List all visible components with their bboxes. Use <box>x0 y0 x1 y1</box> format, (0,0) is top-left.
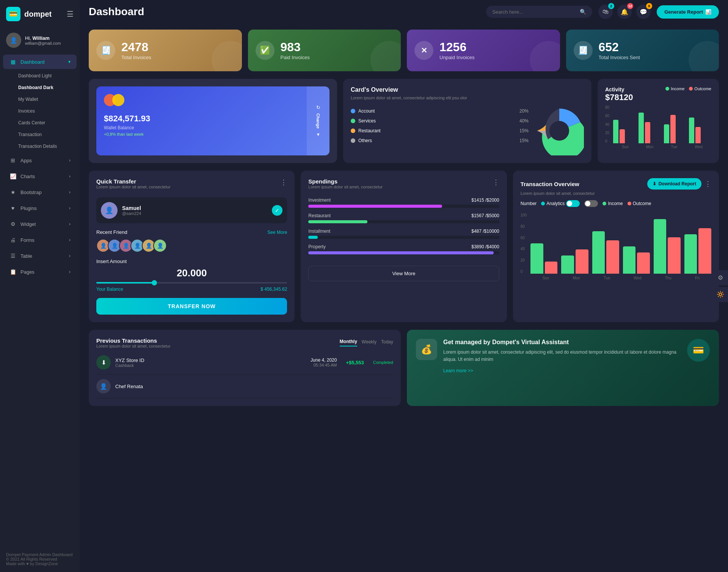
income-dot-to <box>602 202 606 205</box>
submenu-item-invoices[interactable]: Invoices <box>12 105 80 117</box>
bar-chart-area: Sun Mon Tue Wed <box>613 105 711 149</box>
sidebar-item-bootstrap[interactable]: ★ Bootstrap › <box>3 185 77 199</box>
sidebar-item-plugins[interactable]: ♥ Plugins › <box>3 201 77 215</box>
transfer-person: 👤 Samuel @sam224 ✓ <box>96 197 287 223</box>
view-more-button[interactable]: View More <box>308 266 499 281</box>
transaction-overview-section: Transaction Overview ⬇ Download Report ⋮… <box>513 171 719 322</box>
analytics-toggle-switch[interactable] <box>566 200 580 207</box>
tab-weekly[interactable]: Weekly <box>362 338 377 346</box>
chevron-right-icon: › <box>69 221 71 227</box>
va-title: Get managed by Dompet's Virtual Assistan… <box>443 339 681 346</box>
sp-bar-track-2 <box>308 236 499 239</box>
person-avatar: 👤 <box>101 202 118 219</box>
sp-bar-fill-0 <box>308 205 442 208</box>
change-button[interactable]: ↻ Change ▾ <box>307 86 329 155</box>
notification-icon-btn[interactable]: 🔔 12 <box>617 5 632 19</box>
spendings-section: Spendings Lorem ipsum dolor sit amet, co… <box>301 171 507 322</box>
to-bar-group-3 <box>623 246 650 274</box>
messages-icon-btn[interactable]: 💬 8 <box>636 5 651 19</box>
see-more-link[interactable]: See More <box>267 230 287 235</box>
user-email: william@gmail.com <box>25 41 61 45</box>
stat-info-2: 1256 Unpaid Invoices <box>439 41 475 60</box>
tx-amount-0: +$5,553 <box>346 360 364 365</box>
submenu-item-dashboard-dark[interactable]: Dashboard Dark <box>12 82 80 93</box>
sidebar: 💳 dompet ☰ 👤 Hi, William william@gmail.c… <box>0 0 80 572</box>
chevron-right-icon: › <box>69 205 71 211</box>
recent-friend-row: Recent Friend See More <box>96 229 287 235</box>
settings-float-button[interactable]: ⚙ <box>713 270 728 285</box>
chevron-right-icon: › <box>69 237 71 243</box>
apps-icon: ⊞ <box>9 157 17 163</box>
to-menu-icon[interactable]: ⋮ <box>704 180 711 188</box>
to-bar-group-0 <box>530 243 557 274</box>
stat-icon-1: ✅ <box>256 41 275 60</box>
chevron-down-icon: ▾ <box>68 59 71 64</box>
quick-transfer-section: Quick Transfer Lorem ipsum dolor sit ame… <box>89 171 295 322</box>
download-report-button[interactable]: ⬇ Download Report <box>647 178 701 190</box>
bar-group-0 <box>613 120 635 143</box>
to-outcome-bar-0 <box>545 262 558 274</box>
forms-icon: 🖨 <box>9 237 17 243</box>
sidebar-item-dashboard[interactable]: ▦ Dashboard ▾ <box>3 55 77 69</box>
income-dot <box>665 87 669 91</box>
wallet-change: +0,8% than last week <box>104 132 322 136</box>
slider-thumb[interactable] <box>152 280 157 285</box>
submenu-item-transaction-details[interactable]: Transaction Details <box>12 141 80 152</box>
tx-info-0: XYZ Store ID Cashback <box>115 357 144 368</box>
tab-today[interactable]: Today <box>381 338 393 346</box>
submenu-item-cards[interactable]: Cards Center <box>12 117 80 129</box>
to-bar-group-2 <box>592 231 619 274</box>
generate-report-button[interactable]: Generate Report 📊 <box>657 5 719 19</box>
tab-monthly[interactable]: Monthly <box>340 337 357 346</box>
shopping-icon-btn[interactable]: 🛍 2 <box>598 5 613 19</box>
sidebar-item-forms[interactable]: 🖨 Forms › <box>3 233 77 247</box>
number-toggle-switch[interactable] <box>584 200 598 207</box>
stat-number-1: 983 <box>281 41 310 53</box>
search-icon: 🔍 <box>580 9 586 15</box>
overview-title: Card's Overview <box>351 86 584 93</box>
submenu-item-wallet[interactable]: My Wallet <box>12 94 80 105</box>
pt-tabs: Monthly Weekly Today <box>340 337 393 346</box>
transfer-now-button[interactable]: TRANSFER NOW <box>96 298 287 315</box>
sidebar-item-pages[interactable]: 📋 Pages › <box>3 265 77 279</box>
to-bar-group-1 <box>561 249 588 274</box>
qt-menu-icon[interactable]: ⋮ <box>280 178 287 186</box>
analytics-toggle[interactable]: Analytics <box>541 200 580 207</box>
stat-icon-2: ✕ <box>414 41 433 60</box>
stat-info-3: 652 Total Invoices Sent <box>599 41 640 60</box>
y-axis: 806040200 <box>605 105 611 143</box>
sp-bar-track-1 <box>308 220 499 223</box>
sidebar-item-apps[interactable]: ⊞ Apps › <box>3 153 77 168</box>
content-area: 🧾 2478 Total Invoices ✅ 983 Paid Invoice… <box>80 24 728 572</box>
pages-icon: 📋 <box>9 269 17 275</box>
shopping-badge: 2 <box>608 3 614 9</box>
search-input[interactable] <box>492 9 577 15</box>
sp-menu-icon[interactable]: ⋮ <box>493 178 499 186</box>
to-bar-group-5 <box>684 228 711 274</box>
theme-float-button[interactable]: 🔆 <box>713 287 728 302</box>
submenu-item-transaction[interactable]: Transaction <box>12 129 80 140</box>
hamburger-icon[interactable]: ☰ <box>67 9 74 19</box>
learn-more-link[interactable]: Learn more >> <box>443 368 473 373</box>
sidebar-item-table[interactable]: ☰ Table › <box>3 249 77 263</box>
income-legend-to: Income <box>602 201 623 206</box>
spending-item-2: Installment $487 /$10000 <box>308 229 499 239</box>
chevron-down-icon: ▾ <box>317 132 320 137</box>
legend-dot-account <box>351 109 355 113</box>
stat-label-0: Total Invoices <box>121 55 151 60</box>
pt-title-area: Previous Transactions Lorem ipsum dolor … <box>96 337 171 348</box>
sidebar-item-charts[interactable]: 📈 Charts › <box>3 169 77 183</box>
submenu-item-dashboard-light[interactable]: Dashboard Light <box>12 70 80 81</box>
sp-title: Spendings <box>308 178 383 185</box>
logo-area: 💳 dompet ☰ <box>0 0 80 28</box>
activity-section: Activity $78120 Income Outcome <box>598 79 719 163</box>
to-outcome-bar-4 <box>668 237 681 274</box>
avatar: 👤 <box>6 33 21 48</box>
sidebar-item-widget[interactable]: ⚙ Widget › <box>3 217 77 231</box>
legend-item-1: Services 40% <box>351 116 529 126</box>
main-content: Dashboard 🔍 🛍 2 🔔 12 💬 8 Generate Report… <box>80 0 728 572</box>
amount-slider[interactable] <box>96 282 287 284</box>
user-info: Hi, William william@gmail.com <box>25 35 61 45</box>
sp-header: Spendings Lorem ipsum dolor sit amet, co… <box>308 178 499 195</box>
friend-avatar-5[interactable]: 👤 <box>153 239 167 252</box>
